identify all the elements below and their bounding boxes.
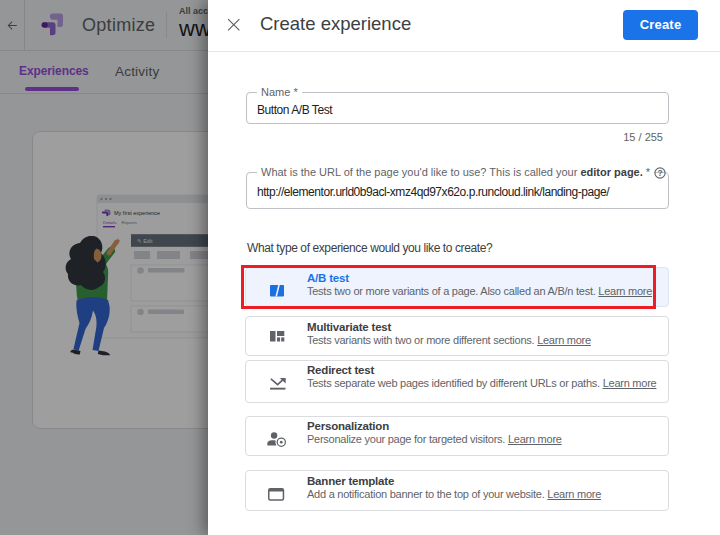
svg-text:?: ?: [657, 168, 662, 178]
